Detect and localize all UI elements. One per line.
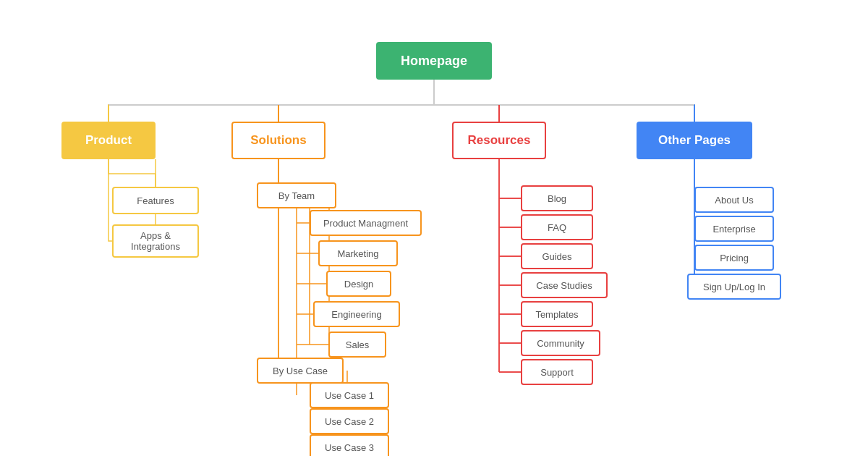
pricing-label: Pricing — [720, 253, 749, 263]
product-management-node: Product Managment — [310, 210, 422, 236]
engineering-label: Engineering — [331, 309, 381, 320]
solutions-node: Solutions — [231, 122, 326, 159]
case-studies-label: Case Studies — [536, 280, 592, 291]
use-case-2-node: Use Case 2 — [310, 408, 389, 434]
product-management-label: Product Managment — [323, 218, 408, 229]
support-node: Support — [521, 359, 593, 385]
faq-label: FAQ — [548, 222, 566, 233]
marketing-label: Marketing — [337, 248, 378, 259]
enterprise-label: Enterprise — [712, 224, 755, 235]
guides-label: Guides — [542, 251, 571, 262]
sales-node: Sales — [328, 332, 386, 358]
by-team-label: By Team — [278, 190, 315, 201]
features-node: Features — [112, 187, 199, 214]
sales-label: Sales — [346, 339, 370, 350]
product-node: Product — [61, 122, 156, 159]
blog-node: Blog — [521, 185, 593, 211]
templates-label: Templates — [535, 309, 578, 320]
case-studies-node: Case Studies — [521, 272, 608, 298]
templates-node: Templates — [521, 301, 593, 327]
design-node: Design — [326, 271, 391, 297]
use-case-3-node: Use Case 3 — [310, 434, 389, 456]
homepage-node: Homepage — [376, 42, 492, 80]
support-label: Support — [540, 367, 574, 378]
resources-node: Resources — [452, 122, 546, 159]
marketing-node: Marketing — [318, 240, 398, 266]
by-use-case-node: By Use Case — [257, 358, 344, 384]
community-node: Community — [521, 330, 600, 356]
apps-label: Apps & Integrations — [122, 230, 189, 252]
guides-node: Guides — [521, 243, 593, 269]
product-label: Product — [85, 133, 132, 148]
use-case-1-label: Use Case 1 — [325, 390, 374, 401]
engineering-node: Engineering — [313, 301, 400, 327]
other-pages-label: Other Pages — [658, 133, 731, 148]
faq-node: FAQ — [521, 214, 593, 240]
homepage-label: Homepage — [401, 54, 467, 69]
features-label: Features — [137, 195, 174, 206]
blog-label: Blog — [548, 193, 566, 204]
by-use-case-label: By Use Case — [273, 366, 328, 376]
about-us-label: About Us — [715, 195, 753, 206]
use-case-2-label: Use Case 2 — [325, 416, 374, 427]
use-case-1-node: Use Case 1 — [310, 382, 389, 408]
enterprise-node: Enterprise — [694, 216, 774, 242]
about-us-node: About Us — [694, 187, 774, 213]
signup-label: Sign Up/Log In — [703, 282, 765, 292]
apps-node: Apps & Integrations — [112, 224, 199, 258]
use-case-3-label: Use Case 3 — [325, 442, 374, 453]
by-team-node: By Team — [257, 182, 336, 208]
other-pages-node: Other Pages — [637, 122, 752, 159]
solutions-label: Solutions — [250, 133, 306, 148]
pricing-node: Pricing — [694, 245, 774, 271]
signup-node: Sign Up/Log In — [687, 274, 781, 300]
resources-label: Resources — [468, 133, 531, 148]
design-label: Design — [344, 279, 373, 290]
community-label: Community — [537, 338, 584, 349]
